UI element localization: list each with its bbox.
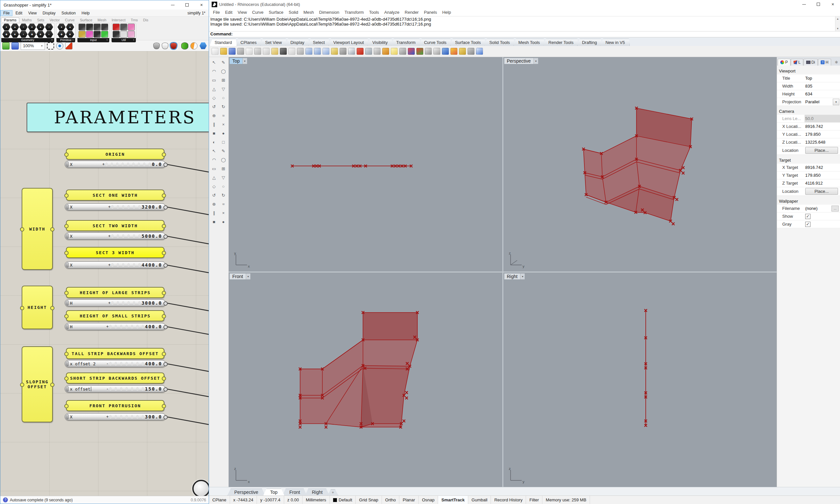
viewport-title-menu-icon[interactable]: ▾: [246, 273, 250, 280]
scroll-up-icon[interactable]: ▲: [835, 16, 840, 21]
viewport-tab-perspective[interactable]: Perspective: [227, 489, 265, 496]
gh-group-panel-height[interactable]: HEIGHT: [22, 286, 53, 329]
close-button[interactable]: ×: [826, 0, 840, 8]
gh-tab-dis[interactable]: Dis: [140, 18, 151, 22]
viewport-title[interactable]: Perspective▾: [504, 58, 538, 64]
rhino-toolbar-tab-surface-tools[interactable]: Surface Tools: [450, 39, 486, 46]
side-toolbar-icon[interactable]: ◯: [219, 156, 228, 164]
side-toolbar-icon[interactable]: ▽: [219, 174, 228, 182]
gh-menu-item-edit[interactable]: Edit: [13, 10, 25, 16]
viewport-title-menu-icon[interactable]: ▾: [520, 273, 525, 280]
side-toolbar-icon[interactable]: ↻: [219, 191, 228, 199]
undo-icon[interactable]: [280, 48, 287, 55]
copy-page-icon[interactable]: [246, 48, 253, 55]
selected-preview-green-icon[interactable]: [181, 42, 188, 50]
panel-row-value-text[interactable]: 179.850: [805, 132, 821, 137]
side-toolbar-icon[interactable]: ×: [219, 120, 228, 128]
panel-row-value-text[interactable]: Top: [805, 76, 812, 81]
gh-number-slider[interactable]: H+0 0 0 0 0 0 0400.0: [65, 323, 166, 330]
rhino-menu-item-help[interactable]: Help: [440, 9, 454, 15]
panel-tab-p[interactable]: P: [778, 59, 790, 66]
gh-menu-item-help[interactable]: Help: [79, 10, 93, 16]
side-toolbar-icon[interactable]: ■: [210, 129, 218, 138]
canvas-compass-widget[interactable]: [192, 480, 209, 496]
save-document-icon[interactable]: [12, 42, 19, 50]
preview-off-icon[interactable]: [153, 43, 160, 49]
side-toolbar-icon[interactable]: ≈: [219, 200, 228, 208]
rhino-menu-item-panels[interactable]: Panels: [421, 9, 440, 15]
pan-hand-icon[interactable]: [288, 48, 295, 55]
gh-number-slider[interactable]: X+0 0 0 0 0 04400.0: [65, 262, 166, 269]
gh-component-icon[interactable]: [78, 24, 86, 31]
status-planar[interactable]: Planar: [399, 496, 419, 504]
viewport-tab-front[interactable]: Front: [282, 489, 307, 496]
viewport-perspective[interactable]: Perspective▾zy: [503, 57, 777, 271]
rhino-toolbar-tab-transform[interactable]: Transform: [391, 39, 420, 46]
undo-view-icon[interactable]: [339, 48, 347, 55]
rhino-toolbar-tab-cplanes[interactable]: CPlanes: [235, 39, 262, 46]
viewport-top[interactable]: Top▾yx: [229, 57, 502, 271]
place-button[interactable]: Place...: [805, 147, 838, 154]
checkbox-checked[interactable]: ✓: [805, 222, 810, 227]
gh-param-capsule[interactable]: SECT TWO WIDTH: [66, 220, 164, 231]
gh-tab-vector[interactable]: Vector: [47, 18, 62, 22]
status-record-history[interactable]: Record History: [491, 496, 526, 504]
gh-group-panel-sloping-offset[interactable]: SLOPING OFFSET: [22, 346, 53, 422]
gh-component-hex-icon[interactable]: +: [19, 24, 28, 31]
slider-digit-wheel[interactable]: 0 0 0 0 0 0 0: [109, 324, 144, 329]
cut-icon[interactable]: [254, 48, 261, 55]
rhino-menu-item-tools[interactable]: Tools: [367, 9, 382, 15]
slider-digit-wheel[interactable]: 0 0 0 0 0 0: [111, 301, 141, 305]
rhino-toolbar-tab-mesh-tools[interactable]: Mesh Tools: [513, 39, 545, 46]
gh-tab-sets[interactable]: Sets: [34, 18, 47, 22]
side-toolbar-icon[interactable]: ≈: [219, 111, 228, 120]
open-document-icon[interactable]: [2, 42, 10, 50]
gh-number-slider[interactable]: X+0 0 0 0 0 05000.0: [65, 233, 166, 240]
rhino-toolbar-tab-curve-tools[interactable]: Curve Tools: [419, 39, 451, 46]
zoom-selected-icon[interactable]: [331, 48, 338, 55]
gh-menu-item-view[interactable]: View: [25, 10, 40, 16]
gh-component-icon[interactable]: [120, 31, 127, 38]
gh-component-hex-icon[interactable]: ■: [36, 31, 45, 38]
rhino-menu-item-mesh[interactable]: Mesh: [301, 9, 317, 15]
status-grid-snap[interactable]: Grid Snap: [356, 496, 382, 504]
gh-component-hex-icon[interactable]: ●: [28, 24, 36, 31]
status-smarttrack[interactable]: SmartTrack: [438, 496, 468, 504]
status-default[interactable]: Default: [330, 496, 356, 504]
rhino-toolbar-tab-visibility[interactable]: Visibility: [368, 39, 393, 46]
panel-tab-h[interactable]: ?H: [818, 59, 831, 66]
side-toolbar-icon[interactable]: ⊞: [219, 76, 228, 84]
gh-component-icon[interactable]: [93, 24, 101, 31]
zoom-extents-icon[interactable]: [314, 48, 321, 55]
sphere-shaded-icon[interactable]: [434, 48, 440, 55]
slider-digit-wheel[interactable]: 0 0 0 0 0 0 0: [109, 414, 144, 419]
panel-row-value-text[interactable]: 634: [805, 91, 812, 96]
gh-number-slider[interactable]: X+0 0 0 0 0 0 0 0 00.0: [65, 161, 166, 168]
gh-component-icon[interactable]: [120, 24, 127, 31]
status-millimeters[interactable]: Millimeters: [302, 496, 330, 504]
rhino-toolbar-tab-set-view[interactable]: Set View: [260, 39, 287, 46]
gh-group-expand-icon[interactable]: +: [72, 38, 74, 42]
gh-param-capsule[interactable]: TALL STRIP BACKWARDS OFFSET: [66, 348, 164, 359]
gh-component-hex-icon[interactable]: ▲: [11, 24, 19, 31]
gh-component-hex-icon[interactable]: +: [45, 24, 53, 31]
zoom-icon[interactable]: [305, 48, 312, 55]
gh-component-hex-icon[interactable]: ●: [2, 24, 11, 31]
side-toolbar-icon[interactable]: ×: [219, 209, 228, 217]
gh-group-expand-icon[interactable]: +: [106, 38, 108, 42]
preview-shaded-icon[interactable]: [170, 43, 177, 49]
minimize-button[interactable]: [165, 0, 180, 10]
gh-number-slider[interactable]: X+0 0 0 0 0 0 0300.0: [65, 413, 166, 420]
gh-component-icon[interactable]: [101, 24, 108, 31]
status-ortho[interactable]: Ortho: [382, 496, 400, 504]
maximize-button[interactable]: [811, 0, 826, 8]
rhino-toolbar-tab-solid-tools[interactable]: Solid Tools: [484, 39, 515, 46]
gh-component-icon[interactable]: [128, 31, 135, 38]
side-toolbar-icon[interactable]: ↖: [210, 58, 218, 67]
canvas-zoom-select[interactable]: 100%: [21, 42, 45, 50]
gh-tab-params[interactable]: Params: [1, 17, 19, 22]
command-prompt[interactable]: Command:: [209, 32, 840, 37]
zoom-window-icon[interactable]: [322, 48, 329, 55]
minimize-button[interactable]: [797, 0, 811, 8]
viewport-title[interactable]: Top▾: [230, 58, 247, 64]
